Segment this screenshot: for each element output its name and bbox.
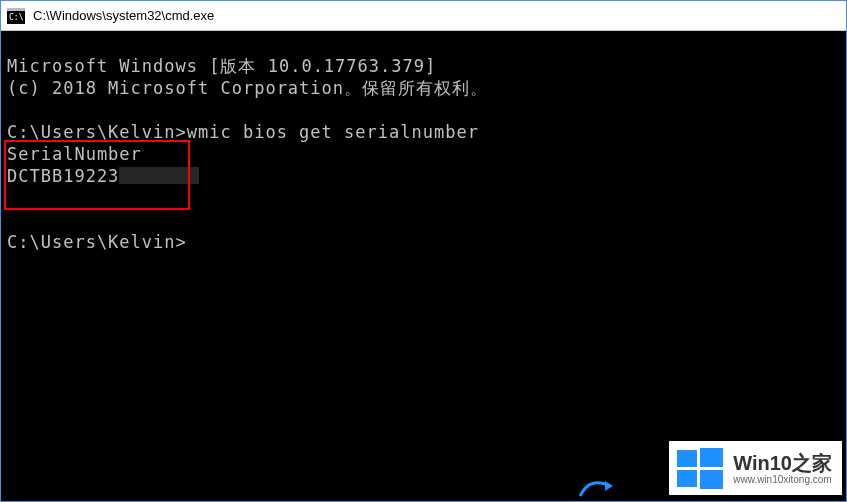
output-header: SerialNumber <box>7 144 142 164</box>
prompt-path: C:\Users\Kelvin> <box>7 232 187 252</box>
window-title: C:\Windows\system32\cmd.exe <box>33 8 214 23</box>
redacted-block <box>119 167 199 184</box>
svg-rect-4 <box>700 448 723 467</box>
banner-line: Microsoft Windows [版本 10.0.17763.379] <box>7 56 436 76</box>
watermark-text: Win10之家 www.win10xitong.com <box>733 452 832 485</box>
output-serial: DCTBB19223 <box>7 166 119 186</box>
banner-line: (c) 2018 Microsoft Corporation。保留所有权利。 <box>7 78 488 98</box>
watermark-url: www.win10xitong.com <box>733 474 832 485</box>
watermark-title: Win10之家 <box>733 452 832 474</box>
decorative-arrow <box>575 471 615 501</box>
watermark: Win10之家 www.win10xitong.com <box>669 441 842 495</box>
windows-logo-icon <box>675 446 725 490</box>
cmd-icon: C:\ <box>7 8 25 24</box>
command-text: wmic bios get serialnumber <box>187 122 479 142</box>
svg-rect-3 <box>677 450 697 467</box>
prompt-path: C:\Users\Kelvin> <box>7 122 187 142</box>
window-titlebar[interactable]: C:\ C:\Windows\system32\cmd.exe <box>1 1 846 31</box>
svg-rect-1 <box>7 8 25 11</box>
terminal-output[interactable]: Microsoft Windows [版本 10.0.17763.379] (c… <box>1 31 846 255</box>
svg-rect-5 <box>677 470 697 487</box>
svg-rect-6 <box>700 470 723 489</box>
svg-text:C:\: C:\ <box>9 13 24 22</box>
